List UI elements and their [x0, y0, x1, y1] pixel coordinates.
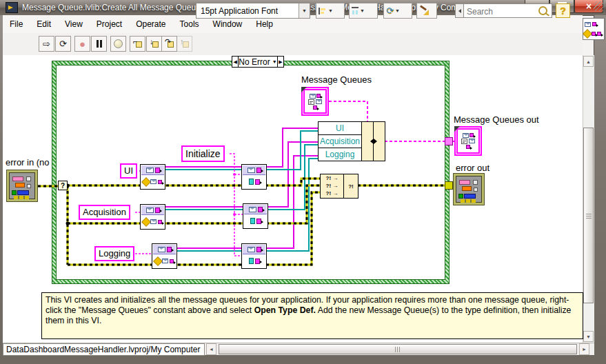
font-selector-caret-icon[interactable]: ▼	[299, 3, 310, 18]
envelope-icon	[463, 133, 469, 138]
output-tunnel-error[interactable]	[445, 181, 453, 190]
menu-window[interactable]: Window	[206, 17, 250, 32]
resize-grip[interactable]	[594, 1, 603, 11]
bundle-field-logging[interactable]: Logging	[318, 148, 362, 161]
error-in-terminal[interactable]	[6, 170, 38, 202]
queue-block-icon	[155, 208, 160, 213]
error-out-terminal[interactable]	[453, 173, 485, 205]
pause-icon	[97, 40, 102, 48]
envelope-icon	[150, 219, 156, 224]
context-help-button[interactable]: ?	[556, 3, 570, 18]
error-in-label[interactable]: error in (no	[6, 157, 50, 168]
subvi-banner	[243, 165, 265, 175]
ui-string-constant[interactable]: UI	[120, 163, 137, 179]
menu-file[interactable]: File	[3, 17, 30, 32]
align-objects-button[interactable]: ▼	[316, 3, 345, 19]
step-into-button[interactable]: ↓	[146, 36, 162, 52]
subvi-banner	[244, 205, 267, 214]
step-into-icon: ↓	[150, 39, 159, 48]
queue-block-icon	[167, 247, 172, 252]
message-queues-label[interactable]: Message Queues	[301, 74, 372, 85]
abort-button[interactable]: ●	[74, 36, 90, 52]
typedef-corner-icon	[301, 87, 307, 92]
run-button[interactable]: ⇨	[39, 36, 54, 52]
comment-box[interactable]: This VI creates and initializes all the …	[41, 292, 583, 339]
scroll-up-icon: ▲	[586, 59, 591, 64]
create-message-queue-vi-logging[interactable]	[152, 243, 177, 269]
case-dropdown-icon[interactable]: ▼	[272, 59, 277, 64]
output-tunnel-message-queues[interactable]	[445, 137, 453, 145]
listbox-icon	[461, 139, 467, 144]
enqueue-message-vi-ui[interactable]	[241, 164, 267, 190]
star-icon	[583, 30, 591, 37]
project-path-box[interactable]: DataDashboardMessageHandler.lvproj/My Co…	[3, 343, 205, 356]
envelope-icon	[248, 247, 255, 252]
initialize-string-constant[interactable]: Initialize	[181, 145, 225, 162]
search-scope-button[interactable]	[455, 3, 464, 18]
menu-view[interactable]: View	[58, 17, 90, 32]
scroll-down-button[interactable]: ▼	[583, 331, 594, 342]
queue-block-icon	[158, 220, 162, 224]
highlight-execution-button[interactable]	[110, 36, 126, 52]
menu-tools[interactable]: Tools	[173, 17, 206, 32]
broom-icon	[419, 6, 429, 15]
vertical-scrollbar-thumb[interactable]	[583, 128, 594, 303]
enqueue-message-vi-logging[interactable]	[241, 243, 267, 269]
scroll-left-button[interactable]: ◄	[206, 343, 216, 355]
subvi-body	[245, 215, 266, 227]
queue-block-icon	[256, 219, 261, 224]
enqueue-message-vi-acquisition[interactable]	[243, 203, 268, 229]
merge-errors-node[interactable]: ?! → ?! → ?! → ?!	[320, 174, 358, 199]
cyan-block-icon	[249, 179, 254, 185]
font-selector-value: 15pt Application Font	[196, 6, 299, 16]
thumb-grip	[586, 214, 592, 214]
case-selector-tunnel[interactable]: ?	[58, 181, 68, 190]
case-selector-label[interactable]: No Error ▼	[239, 57, 276, 67]
menu-edit[interactable]: Edit	[30, 17, 58, 32]
step-over-button[interactable]: ↷	[161, 36, 177, 52]
case-selector[interactable]: ◀ No Error ▼ ▶	[232, 56, 284, 68]
clean-up-diagram-button[interactable]	[416, 3, 437, 19]
create-message-queue-vi-acquisition[interactable]	[140, 204, 165, 230]
error-out-label[interactable]: error out	[456, 163, 489, 173]
message-queues-out-label[interactable]: Message Queues out	[454, 114, 539, 125]
menu-help[interactable]: Help	[249, 17, 280, 32]
run-continuously-button[interactable]: ⟳	[55, 36, 71, 52]
scroll-left-icon: ◄	[209, 347, 214, 352]
envelope-icon	[146, 168, 154, 173]
menu-operate[interactable]: Operate	[129, 17, 172, 32]
create-message-queue-vi-ui[interactable]	[140, 164, 165, 190]
search-input[interactable]	[465, 5, 537, 18]
scroll-up-button[interactable]: ▲	[583, 56, 594, 67]
pause-button[interactable]	[91, 36, 107, 52]
step-out-button[interactable]: ↑	[176, 36, 192, 52]
subvi-body	[243, 176, 265, 188]
subvi-banner	[141, 165, 164, 175]
search-icon	[538, 6, 547, 15]
retain-wire-values-button[interactable]: ⌐	[130, 36, 145, 52]
error-cluster-icon	[456, 176, 482, 203]
queue-block-icon	[256, 168, 261, 173]
case-next-arrow-icon[interactable]: ▶	[277, 57, 283, 67]
scroll-right-button[interactable]: ►	[579, 343, 589, 355]
vi-icon-pane[interactable]	[583, 18, 605, 40]
message-queues-constant[interactable]	[301, 87, 329, 116]
horizontal-scrollbar-thumb[interactable]	[219, 344, 577, 354]
logging-string-constant[interactable]: Logging	[94, 246, 134, 261]
reorder-button[interactable]: ⟳ ▼	[383, 3, 412, 19]
bundle-field-acquisition[interactable]: Acquisition	[318, 134, 362, 148]
distribute-objects-icon	[352, 7, 358, 15]
case-previous-arrow-icon[interactable]: ◀	[232, 57, 239, 67]
typedef-corner-icon	[454, 126, 460, 132]
star-icon	[142, 218, 150, 225]
distribute-objects-button[interactable]: ▼	[349, 3, 378, 19]
menu-project[interactable]: Project	[90, 17, 129, 32]
bundle-by-name-node[interactable]: UI Acquisition Logging	[318, 121, 385, 161]
error-cluster-icon	[9, 172, 35, 199]
bundle-field-ui[interactable]: UI	[318, 121, 362, 135]
message-queues-out-indicator[interactable]	[454, 126, 482, 156]
envelope-icon	[158, 247, 165, 252]
font-selector[interactable]: 15pt Application Font ▼	[196, 3, 310, 19]
acquisition-string-constant[interactable]: Acquisition	[79, 205, 130, 220]
subvi-banner	[141, 205, 164, 215]
